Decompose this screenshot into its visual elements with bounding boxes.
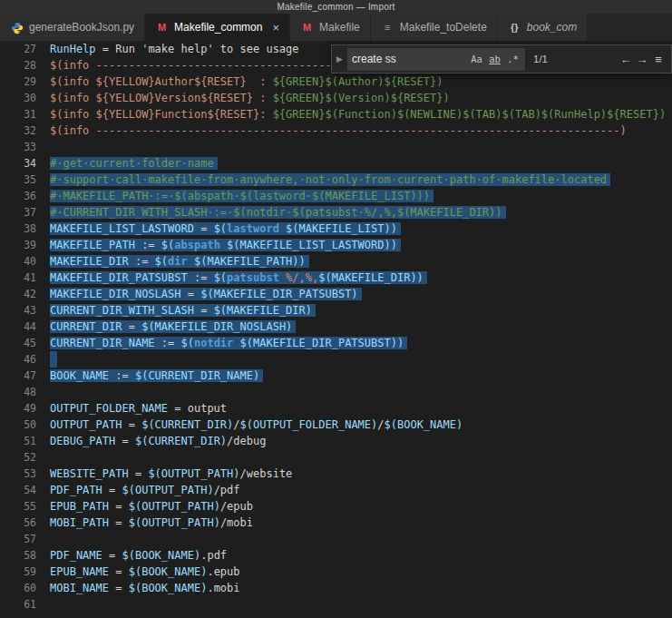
line-content[interactable]: OUTPUT_FOLDER_NAME = output bbox=[50, 400, 227, 417]
line-number[interactable]: 52 bbox=[0, 449, 50, 466]
line-content[interactable]: MAKEFILE_LIST_LASTWORD = $(lastword $(MA… bbox=[50, 221, 401, 237]
line-number[interactable]: 46 bbox=[0, 351, 50, 368]
line-number[interactable]: 53 bbox=[0, 466, 50, 482]
line-number[interactable]: 47 bbox=[0, 368, 50, 384]
code-line[interactable]: 31$(info ${YELLOW}Function${RESET}: ${GR… bbox=[0, 106, 672, 123]
line-content[interactable]: PDF_NAME = $(BOOK_NAME).pdf bbox=[50, 547, 227, 564]
match-case-icon[interactable]: Aa bbox=[469, 54, 484, 64]
code-line[interactable]: 46 bbox=[0, 351, 672, 368]
line-content[interactable]: $(info ${YELLOW}Version${RESET} : ${GREE… bbox=[50, 90, 450, 106]
find-in-selection-icon[interactable]: ≡ bbox=[650, 53, 667, 66]
tab-Makefile_common[interactable]: MMakefile_common× bbox=[145, 14, 290, 41]
line-number[interactable]: 41 bbox=[0, 270, 50, 286]
line-number[interactable]: 42 bbox=[0, 286, 50, 302]
line-content[interactable]: PDF_PATH = $(OUTPUT_PATH)/pdf bbox=[50, 482, 240, 498]
line-content[interactable]: EPUB_NAME = $(BOOK_NAME).epub bbox=[50, 564, 240, 580]
code-line[interactable]: 36#·MAKEFILE_PATH·:=·$(abspath·$(lastwor… bbox=[0, 188, 672, 204]
line-number[interactable]: 36 bbox=[0, 188, 50, 204]
line-number[interactable]: 32 bbox=[0, 123, 50, 139]
find-query-text[interactable]: create ss bbox=[352, 53, 466, 65]
line-content[interactable]: WEBSITE_PATH = $(OUTPUT_PATH)/website bbox=[50, 466, 292, 482]
line-content[interactable]: MAKEFILE_DIR := $(dir $(MAKEFILE_PATH)) bbox=[50, 253, 309, 270]
line-number[interactable]: 59 bbox=[0, 564, 50, 580]
line-number[interactable]: 37 bbox=[0, 204, 50, 221]
code-line[interactable]: 49OUTPUT_FOLDER_NAME = output bbox=[0, 400, 672, 417]
line-number[interactable]: 35 bbox=[0, 172, 50, 188]
line-number[interactable]: 48 bbox=[0, 384, 50, 400]
line-content[interactable]: MAKEFILE_DIR_PATSUBST := $(patsubst %/,%… bbox=[50, 270, 427, 286]
code-line[interactable]: 32$(info -------------------------------… bbox=[0, 123, 672, 139]
line-number[interactable]: 58 bbox=[0, 547, 50, 564]
line-content[interactable]: CURRENT_DIR_NAME := $(notdir $(MAKEFILE_… bbox=[50, 335, 407, 351]
next-match-icon[interactable]: → bbox=[634, 53, 650, 66]
line-content[interactable]: DEBUG_PATH = $(CURRENT_DIR)/debug bbox=[50, 433, 266, 449]
line-number[interactable]: 43 bbox=[0, 302, 50, 319]
line-content[interactable]: $(info ${YELLOW}Author${RESET} : ${GREEN… bbox=[50, 74, 443, 90]
code-line[interactable]: 37#·CURRENT_DIR_WITH_SLASH·:=·$(notdir·$… bbox=[0, 204, 672, 221]
code-line[interactable]: 38MAKEFILE_LIST_LASTWORD = $(lastword $(… bbox=[0, 221, 672, 237]
line-number[interactable]: 31 bbox=[0, 106, 50, 123]
code-line[interactable]: 58PDF_NAME = $(BOOK_NAME).pdf bbox=[0, 547, 672, 564]
code-line[interactable]: 45CURRENT_DIR_NAME := $(notdir $(MAKEFIL… bbox=[0, 335, 672, 351]
code-line[interactable]: 57 bbox=[0, 531, 672, 547]
code-line[interactable]: 41MAKEFILE_DIR_PATSUBST := $(patsubst %/… bbox=[0, 270, 672, 286]
line-content[interactable]: BOOK_NAME := $(CURRENT_DIR_NAME) bbox=[50, 368, 263, 384]
line-number[interactable]: 60 bbox=[0, 580, 50, 596]
code-line[interactable]: 40MAKEFILE_DIR := $(dir $(MAKEFILE_PATH)… bbox=[0, 253, 672, 270]
line-number[interactable]: 34 bbox=[0, 155, 50, 172]
line-number[interactable]: 51 bbox=[0, 433, 50, 449]
code-line[interactable]: 48 bbox=[0, 384, 672, 400]
tab-generateBookJson.py[interactable]: generateBookJson.py bbox=[0, 14, 145, 41]
line-number[interactable]: 57 bbox=[0, 531, 50, 547]
line-number[interactable]: 28 bbox=[0, 57, 50, 74]
code-line[interactable]: 56MOBI_PATH = $(OUTPUT_PATH)/mobi bbox=[0, 515, 672, 531]
code-line[interactable]: 30$(info ${YELLOW}Version${RESET} : ${GR… bbox=[0, 90, 672, 106]
line-content[interactable]: MOBI_NAME = $(BOOK_NAME).mobi bbox=[50, 580, 240, 596]
line-number[interactable]: 54 bbox=[0, 482, 50, 498]
line-number[interactable]: 38 bbox=[0, 221, 50, 237]
line-number[interactable]: 56 bbox=[0, 515, 50, 531]
code-line[interactable]: 42MAKEFILE_DIR_NOSLASH = $(MAKEFILE_DIR_… bbox=[0, 286, 672, 302]
line-number[interactable]: 44 bbox=[0, 319, 50, 335]
line-number[interactable]: 49 bbox=[0, 400, 50, 417]
line-content[interactable]: MAKEFILE_DIR_NOSLASH = $(MAKEFILE_DIR_PA… bbox=[50, 286, 362, 302]
code-line[interactable]: 51DEBUG_PATH = $(CURRENT_DIR)/debug bbox=[0, 433, 672, 449]
toggle-replace-button[interactable]: ▶ bbox=[336, 54, 347, 64]
line-number[interactable]: 30 bbox=[0, 90, 50, 106]
code-line[interactable]: 54PDF_PATH = $(OUTPUT_PATH)/pdf bbox=[0, 482, 672, 498]
code-line[interactable]: 50OUTPUT_PATH = $(CURRENT_DIR)/$(OUTPUT_… bbox=[0, 417, 672, 433]
code-line[interactable]: 59EPUB_NAME = $(BOOK_NAME).epub bbox=[0, 564, 672, 580]
close-tab-icon[interactable]: × bbox=[272, 22, 279, 34]
line-content[interactable]: OUTPUT_PATH = $(CURRENT_DIR)/$(OUTPUT_FO… bbox=[50, 417, 463, 433]
line-content[interactable]: #·CURRENT_DIR_WITH_SLASH·:=·$(notdir·$(p… bbox=[50, 204, 506, 221]
line-number[interactable]: 39 bbox=[0, 237, 50, 253]
tab-Makefile_toDelete[interactable]: ≡Makefile_toDelete bbox=[371, 14, 498, 41]
code-line[interactable]: 55EPUB_PATH = $(OUTPUT_PATH)/epub bbox=[0, 498, 672, 515]
line-content[interactable]: CURRENT_DIR_WITH_SLASH = $(MAKEFILE_DIR) bbox=[50, 302, 316, 319]
line-number[interactable]: 45 bbox=[0, 335, 50, 351]
line-content[interactable] bbox=[50, 351, 57, 368]
line-number[interactable]: 33 bbox=[0, 139, 50, 155]
code-line[interactable]: 29$(info ${YELLOW}Author${RESET} : ${GRE… bbox=[0, 74, 672, 90]
line-number[interactable]: 61 bbox=[0, 596, 50, 613]
code-line[interactable]: 44CURRENT_DIR = $(MAKEFILE_DIR_NOSLASH) bbox=[0, 319, 672, 335]
line-number[interactable]: 27 bbox=[0, 41, 50, 57]
line-content[interactable]: MOBI_PATH = $(OUTPUT_PATH)/mobi bbox=[50, 515, 253, 531]
code-line[interactable]: 34#·get·current·folder·name bbox=[0, 155, 672, 172]
line-number[interactable]: 55 bbox=[0, 498, 50, 515]
line-content[interactable]: CURRENT_DIR = $(MAKEFILE_DIR_NOSLASH) bbox=[50, 319, 296, 335]
line-number[interactable]: 40 bbox=[0, 253, 50, 270]
line-content[interactable]: #·support·call·makefile·from·anywhere,·n… bbox=[50, 172, 610, 188]
line-number[interactable]: 50 bbox=[0, 417, 50, 433]
code-line[interactable]: 33 bbox=[0, 139, 672, 155]
line-content[interactable]: MAKEFILE_PATH := $(abspath $(MAKEFILE_LI… bbox=[50, 237, 401, 253]
code-line[interactable]: 43CURRENT_DIR_WITH_SLASH = $(MAKEFILE_DI… bbox=[0, 302, 672, 319]
line-content[interactable]: $(info ${YELLOW}Function${RESET}: ${GREE… bbox=[50, 106, 666, 123]
code-line[interactable]: 60MOBI_NAME = $(BOOK_NAME).mobi bbox=[0, 580, 672, 596]
line-number[interactable]: 29 bbox=[0, 74, 50, 90]
code-line[interactable]: 35#·support·call·makefile·from·anywhere,… bbox=[0, 172, 672, 188]
find-input[interactable]: create ss Aa ab .* bbox=[347, 48, 525, 71]
code-line[interactable]: 47BOOK_NAME := $(CURRENT_DIR_NAME) bbox=[0, 368, 672, 384]
line-content[interactable]: $(info ---------------------------------… bbox=[50, 123, 627, 139]
tab-Makefile[interactable]: MMakefile bbox=[290, 14, 371, 41]
